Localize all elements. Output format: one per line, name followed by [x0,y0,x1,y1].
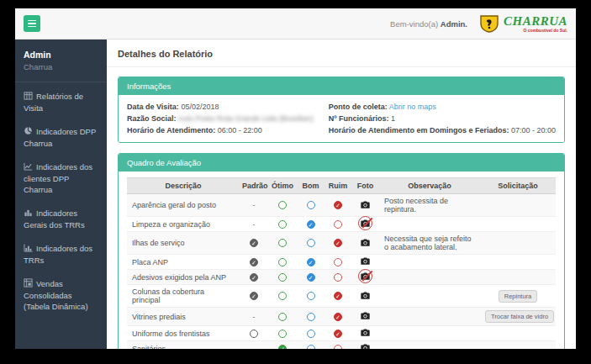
padrao-checked-icon[interactable]: ✓ [250,292,258,300]
sidebar-item[interactable]: Vendas Consolidadas (Tabela Dinâmica) [24,278,98,312]
charrua-logo: CHARRUA O combustível do Sul. [479,15,567,33]
welcome-text: Bem-vindo(a) Admin. [390,19,467,29]
solicitation-empty [480,232,556,255]
item-description: Aparência geral do posto [127,194,240,217]
ruim-radio[interactable] [334,258,342,266]
camera-icon[interactable] [361,201,370,208]
evaluation-panel: Quadro de Avaliação DescriçãoPadrãoÓtimo… [118,153,565,349]
ruim-radio[interactable] [334,273,342,282]
column-header: Ruim [325,178,351,194]
solicitation-button[interactable]: Trocar faixa de vidro [485,310,554,323]
camera-icon[interactable] [361,239,370,246]
padrao-checked-icon[interactable]: ✓ [250,258,258,266]
column-header: Observação [379,178,480,194]
main-content: Detalhes do Relatório Informações Data d… [107,40,576,349]
observation-text: Posto necessita de repintura. [379,194,480,217]
sidebar: Admin Charrua Relatórios de VisitaIndica… [15,40,107,349]
padrao-checked-icon[interactable]: ✓ [250,273,258,282]
camera-icon[interactable] [361,312,370,319]
ruim-checked-icon[interactable]: ✓ [334,313,342,321]
padrao-none: - [253,345,256,350]
sidebar-item[interactable]: Indicadores Gerais dos TRRs [24,208,98,230]
padrao-radio[interactable] [250,330,258,338]
app-window: Bem-vindo(a) Admin. CHARRUA O combustíve… [15,8,576,349]
observation-text [379,308,480,326]
otimo-checked-icon[interactable]: ✓ [278,345,287,349]
otimo-radio[interactable] [278,258,287,266]
solicitation-empty [480,194,556,217]
observation-text [379,326,480,341]
bom-radio[interactable] [307,201,315,209]
padrao-none: - [253,220,256,229]
maps-link[interactable]: Abrir no maps [389,103,436,111]
table-row: Limpeza e organização-✓ [127,217,556,232]
sidebar-menu: Relatórios de VisitaIndicadores DPP Char… [24,91,98,312]
otimo-radio[interactable] [278,220,287,229]
solicitation-button[interactable]: Repintura [499,290,538,303]
solicitation-empty [480,341,556,350]
table-row: Aparência geral do posto-✓Posto necessit… [127,194,556,217]
bar-chart-icon [24,208,33,219]
sidebar-item-label: Indicadores dos TRRs [24,244,92,265]
camera-icon[interactable] [361,292,370,299]
field-ponto-coleta: Ponto de coleta: Abrir no maps [329,101,556,113]
bom-checked-icon[interactable]: ✓ [307,258,315,266]
item-description: Sanitários [127,341,240,350]
item-description: Limpeza e organização [127,217,240,232]
ruim-radio[interactable] [334,345,342,349]
sidebar-item[interactable]: Indicadores dos clientes DPP Charrua [24,161,98,195]
ruim-radio[interactable] [334,220,342,229]
ruim-checked-icon[interactable]: ✓ [334,330,342,338]
padrao-checked-icon[interactable]: ✓ [250,239,258,247]
solicitation-empty [480,217,556,232]
bom-radio[interactable] [307,239,315,247]
sidebar-toggle-button[interactable] [24,15,40,32]
otimo-radio[interactable] [278,239,287,247]
sidebar-item-label: Indicadores dos clientes DPP Charrua [24,162,92,194]
bom-radio[interactable] [307,345,315,349]
padrao-none: - [253,201,256,209]
pie-chart-icon [24,126,33,138]
camera-icon[interactable] [361,257,370,265]
camera-flagged-icon[interactable] [361,272,370,280]
observation-text [379,341,480,350]
camera-icon[interactable] [361,344,370,349]
table-row: Placa ANP✓✓ [127,255,556,270]
sidebar-item-label: Indicadores DPP Charrua [24,127,96,148]
camera-icon[interactable] [361,329,370,336]
bom-radio[interactable] [307,313,315,321]
item-description: Colunas da cobertura principal [127,285,240,308]
field-data-visita: Data de Visita: 05/02/2018 [127,101,320,113]
item-description: Vitrines prediais [127,308,240,326]
column-header: Ótimo [268,178,297,194]
ruim-checked-icon[interactable]: ✓ [334,239,342,247]
logo-tagline: O combustível do Sul. [523,29,567,33]
item-description: Ilhas de serviço [127,232,240,255]
column-header: Solicitação [480,178,556,194]
bom-radio[interactable] [307,330,315,338]
observation-text [379,255,480,270]
sidebar-divider [15,82,107,82]
solicitation-empty [480,326,556,341]
otimo-radio[interactable] [278,313,287,321]
sidebar-item[interactable]: Indicadores dos TRRs [24,243,98,266]
bom-radio[interactable] [307,292,315,300]
sidebar-user-name: Admin [24,50,98,60]
camera-flagged-icon[interactable] [361,219,370,227]
sidebar-item[interactable]: Indicadores DPP Charrua [24,126,98,149]
column-header: Padrão [240,178,268,194]
column-header: Bom [297,178,325,194]
top-bar: Bem-vindo(a) Admin. CHARRUA O combustíve… [15,8,576,40]
otimo-radio[interactable] [278,330,287,338]
bom-checked-icon[interactable]: ✓ [307,273,315,282]
otimo-radio[interactable] [278,273,287,282]
item-description: Placa ANP [127,255,240,270]
table-row: Sanitários-✓ [127,341,556,350]
ruim-checked-icon[interactable]: ✓ [334,292,342,300]
otimo-radio[interactable] [278,292,287,300]
ruim-checked-icon[interactable]: ✓ [334,201,342,209]
sidebar-item[interactable]: Relatórios de Visita [24,91,98,113]
bom-checked-icon[interactable]: ✓ [307,220,315,229]
otimo-radio[interactable] [278,201,287,209]
table-header-row: DescriçãoPadrãoÓtimoBomRuimFotoObservaçã… [127,178,556,194]
